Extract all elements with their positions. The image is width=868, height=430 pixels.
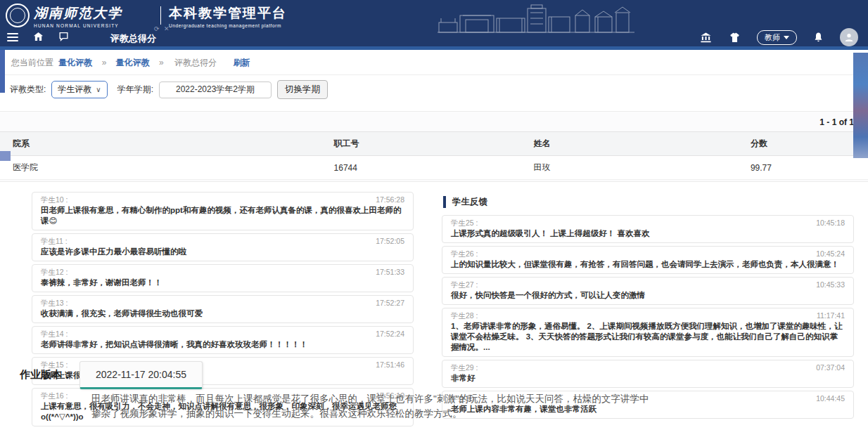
score-table: 院系 职工号 姓名 分数 医学院 16744 田玫 99.77 (0, 131, 868, 180)
student-label: 学生10 : (41, 195, 68, 204)
bell-icon[interactable] (812, 32, 824, 44)
university-seal-logo (6, 4, 30, 27)
comment-text: 田老师上课很有意思，有精心制作的ppt和有趣的视频，还有老师认真备的课，真的很喜… (41, 205, 404, 226)
cell-score: 99.77 (738, 156, 868, 180)
comment-text: 很好，快问快答是一个很好的方式，可以让人变的激情 (451, 290, 845, 301)
table-row[interactable]: 医学院 16744 田玫 99.77 (0, 156, 868, 180)
home-icon[interactable] (32, 31, 45, 42)
platform-brand: 本科教学管理平台 Undergraduate teaching manageme… (169, 4, 287, 28)
tab-controls: ⟳ ✕ (154, 25, 171, 32)
comment-text: 上的知识量比较大，但课堂很有趣，有抢答，有回答问题，也会请同学上去演示，老师也负… (451, 259, 845, 270)
chevron-down-icon (784, 36, 789, 39)
filter-bar: 评教类型: 学生评教 ∨ 学年学期: 切换学期 (0, 75, 868, 105)
student-feedback-column: 学生反馈 学生25 :10:45:18 上课形式真的超级吸引人！ 上课上得超级好… (442, 192, 854, 422)
section-title: 学生反馈 (452, 196, 487, 208)
student-label: 学生29 : (451, 363, 478, 372)
student-feedback-header: 学生反馈 (443, 196, 854, 208)
feedback-bubble-icon[interactable] (58, 31, 70, 42)
role-dropdown[interactable]: 教师 (757, 30, 797, 45)
breadcrumb-prefix: 您当前位置 (11, 58, 53, 67)
university-brand: 湖南师范大学 HUNAN NORMAL UNIVERSITY (34, 4, 122, 28)
comment-text: 老师讲得非常好，把知识点讲得很清晰，我真的好喜欢玫玫老师！！！！！ (41, 339, 404, 350)
comment-text: 收获满满，很充实，老师讲得很生动也很可爱 (41, 308, 404, 319)
homework-version-row: 作业版本： 2022-11-17 20:04:55 (20, 361, 203, 389)
breadcrumb-link-quantified-eval-1[interactable]: 量化评教 (58, 58, 92, 67)
tab-evaluation-total-score[interactable]: 评教总得分 (110, 32, 156, 45)
user-avatar[interactable] (840, 28, 858, 46)
term-input[interactable] (159, 82, 272, 98)
breadcrumb: 您当前位置 量化评教 » 量化评教 » 评教总得分 刷新 (0, 50, 868, 75)
tab-refresh-icon[interactable]: ⟳ (154, 25, 161, 32)
cell-department: 医学院 (0, 156, 321, 180)
breadcrumb-separator: » (102, 58, 107, 67)
refresh-link[interactable]: 刷新 (233, 58, 250, 67)
col-header-score: 分数 (738, 132, 868, 156)
app-window: 湖南师范大学 HUNAN NORMAL UNIVERSITY 本科教学管理平台 … (0, 0, 868, 430)
comment-text: 上课形式真的超级吸引人！ 上课上得超级好！ 喜欢喜欢 (451, 228, 845, 239)
switch-term-button[interactable]: 切换学期 (277, 80, 328, 99)
col-header-staff-id: 职工号 (321, 132, 521, 156)
score-table-panel: 1 - 1 of 1 院系 职工号 姓名 分数 医学院 16744 田玫 99.… (0, 111, 868, 182)
eval-type-label: 评教类型: (10, 84, 46, 96)
role-label: 教师 (765, 32, 780, 43)
breadcrumb-separator: » (159, 58, 164, 67)
shirt-icon[interactable] (728, 32, 741, 44)
student-label: 学生27 : (451, 280, 478, 289)
university-name-en: HUNAN NORMAL UNIVERSITY (34, 23, 122, 28)
comment-card: 学生14 :17:52:24 老师讲得非常好，把知识点讲得很清晰，我真的好喜欢玫… (32, 326, 414, 354)
comment-card: 学生28 :11:17:41 1、老师讲课非常的形象，通俗易懂。 2、上课期间视… (442, 308, 854, 357)
student-label: 学生13 : (41, 298, 68, 308)
menu-toggle-icon[interactable] (7, 31, 20, 42)
student-label: 学生25 : (451, 218, 478, 228)
comments-left-column: 学生10 :17:56:28 田老师上课很有意思，有精心制作的ppt和有趣的视频… (32, 192, 414, 370)
term-label: 学年学期: (117, 84, 153, 96)
cell-name: 田玫 (521, 156, 738, 180)
comment-card: 学生11 :17:52:05 应该是许多课中压力最小最容易听懂的啦 (32, 233, 414, 261)
comment-time: 17:56:28 (376, 195, 404, 204)
eval-type-select[interactable]: 学生评教 ∨ (51, 81, 107, 98)
scroll-indicator-chip (0, 151, 11, 161)
comment-text: 应该是许多课中压力最小最容易听懂的啦 (41, 247, 404, 257)
comment-time: 17:51:33 (376, 267, 404, 277)
comment-time: 10:45:33 (816, 280, 845, 289)
col-header-name: 姓名 (521, 132, 738, 156)
university-name: 湖南师范大学 (34, 4, 122, 22)
student-label: 学生11 : (41, 236, 68, 246)
eval-type-value: 学生评教 (58, 84, 91, 96)
comment-card: 学生27 :10:45:33 很好，快问快答是一个很好的方式，可以让人变的激情 (442, 277, 854, 305)
comment-card: 学生25 :10:45:18 上课形式真的超级吸引人！ 上课上得超级好！ 喜欢喜… (442, 215, 854, 243)
comment-time: 10:44:45 (816, 393, 845, 403)
comment-text: 泰裤辣，非常好，谢谢田老师！！ (41, 278, 404, 288)
comment-time: 07:37:04 (816, 363, 845, 372)
section-accent-bar (443, 196, 446, 208)
col-header-department: 院系 (0, 132, 321, 156)
comment-time: 17:52:24 (376, 329, 404, 339)
select-caret-icon: ∨ (96, 86, 101, 93)
student-label: 学生12 : (41, 267, 68, 277)
comment-card: 学生12 :17:51:33 泰裤辣，非常好，谢谢田老师！！ (32, 264, 414, 292)
homework-version-label: 作业版本： (20, 368, 72, 382)
comment-time: 10:45:24 (816, 249, 845, 259)
background-edge-strip-left (0, 50, 5, 93)
breadcrumb-link-quantified-eval-2[interactable]: 量化评教 (116, 58, 150, 67)
comment-card: 学生29 :07:37:04 非常好 (442, 360, 854, 388)
institution-icon[interactable] (699, 32, 713, 44)
campus-skyline-illustration (438, 4, 634, 35)
comment-time: 17:52:27 (376, 298, 404, 308)
comment-text: 1、老师讲课非常的形象，通俗易懂。 2、上课期间视频播放既方便我们理解知识，也增… (451, 321, 845, 353)
homework-version-button[interactable]: 2022-11-17 20:04:55 (79, 361, 203, 389)
breadcrumb-current-page: 评教总得分 (174, 58, 217, 67)
tab-close-icon[interactable]: ✕ (164, 25, 171, 32)
student-label: 学生26 : (451, 249, 478, 259)
comment-time: 17:52:05 (376, 236, 404, 246)
brand-divider (160, 6, 161, 25)
platform-title: 本科教学管理平台 (169, 4, 287, 22)
background-edge-strip-right (853, 53, 868, 158)
comment-card: 学生13 :17:52:27 收获满满，很充实，老师讲得很生动也很可爱 (32, 295, 414, 323)
table-header-row: 院系 职工号 姓名 分数 (0, 132, 868, 156)
platform-title-en: Undergraduate teaching management platfo… (169, 23, 287, 28)
header-actions: 教师 (699, 28, 858, 46)
comment-card: 学生26 :10:45:24 上的知识量比较大，但课堂很有趣，有抢答，有回答问题… (442, 246, 854, 274)
cell-staff-id: 16744 (321, 156, 521, 180)
student-label: 学生14 : (41, 329, 68, 339)
